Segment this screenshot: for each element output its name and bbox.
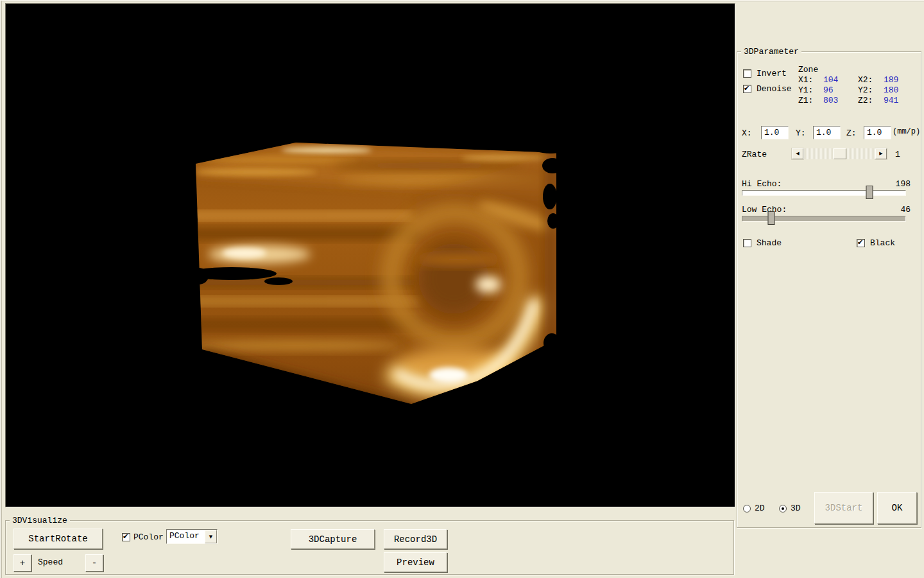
- zone-z1-label: Z1:: [798, 96, 813, 105]
- zone-x1-value: 104: [823, 75, 838, 85]
- visualize-panel-title: 3DVisualize: [10, 516, 70, 525]
- mode-2d-label: 2D: [755, 504, 765, 513]
- shade-label: Shade: [757, 238, 782, 248]
- shade-checkbox[interactable]: ✔: [743, 239, 751, 247]
- zone-y2-label: Y2:: [858, 85, 873, 95]
- start-3d-button[interactable]: 3DStart: [814, 492, 873, 524]
- low-echo-slider[interactable]: [742, 211, 906, 225]
- preview-button[interactable]: Preview: [384, 552, 447, 572]
- invert-label: Invert: [757, 69, 787, 78]
- low-echo-groove[interactable]: [742, 216, 906, 222]
- zone-x2-label: X2:: [858, 75, 873, 85]
- invert-checkbox[interactable]: ✔: [743, 69, 751, 78]
- ok-button[interactable]: OK: [877, 492, 917, 524]
- scale-z-input[interactable]: [864, 126, 891, 139]
- zone-label: Zone: [798, 65, 818, 74]
- zone-y2-value: 180: [884, 85, 898, 95]
- black-checkbox[interactable]: ✔: [857, 239, 865, 247]
- speed-minus-button[interactable]: -: [85, 554, 103, 572]
- zone-x1-label: X1:: [798, 75, 813, 85]
- zone-x2-value: 189: [884, 75, 898, 85]
- zrate-scrollbar[interactable]: ◀ ▶: [792, 148, 887, 159]
- black-label: Black: [870, 238, 895, 248]
- pcolor-label: PColor: [133, 532, 164, 542]
- zone-z2-label: Z2:: [858, 96, 873, 105]
- denoise-label: Denoise: [757, 84, 792, 94]
- scale-y-input[interactable]: [813, 126, 841, 139]
- zone-z1-value: 803: [823, 96, 838, 105]
- zone-y1-value: 96: [823, 85, 834, 95]
- scale-x-input[interactable]: [761, 126, 789, 139]
- zrate-track[interactable]: [803, 148, 875, 159]
- pcolor-checkbox[interactable]: ✔: [122, 533, 130, 541]
- scale-unit-label: (mm/p): [893, 127, 920, 136]
- scale-x-label: X:: [742, 128, 752, 138]
- mode-3d-radio[interactable]: [779, 505, 787, 512]
- zrate-label: ZRate: [742, 150, 767, 159]
- zrate-right-arrow-icon[interactable]: ▶: [875, 148, 887, 159]
- chevron-down-icon[interactable]: ▼: [205, 530, 217, 543]
- visualize-panel: 3DVisualize StartRotate + Speed - ✔ PCol…: [5, 520, 734, 575]
- hi-echo-groove[interactable]: [742, 190, 906, 196]
- zrate-value: 1: [895, 150, 900, 159]
- zrate-thumb[interactable]: [834, 148, 846, 159]
- parameter-panel-title: 3DParameter: [741, 47, 801, 57]
- mode-3d-label: 3D: [791, 504, 801, 513]
- record-3d-button[interactable]: Record3D: [384, 529, 447, 549]
- 3d-volume-render: [6, 4, 735, 507]
- application-window: { "window": { "background": "#ece9d8" },…: [0, 0, 924, 578]
- zone-z2-value: 941: [884, 96, 898, 105]
- check-icon: ✔: [123, 533, 128, 540]
- render-viewport[interactable]: [5, 3, 735, 507]
- hi-echo-thumb[interactable]: [866, 186, 873, 199]
- denoise-checkbox[interactable]: ✔: [743, 85, 751, 93]
- speed-label: Speed: [38, 557, 63, 567]
- hi-echo-slider[interactable]: [742, 186, 906, 200]
- check-icon: ✔: [857, 239, 863, 246]
- start-rotate-button[interactable]: StartRotate: [13, 529, 103, 549]
- check-icon: ✔: [744, 85, 749, 92]
- low-echo-thumb[interactable]: [768, 211, 775, 225]
- parameter-panel: 3DParameter ✔ Invert ✔ Denoise Zone X1: …: [737, 51, 921, 528]
- scale-z-label: Z:: [846, 128, 857, 138]
- pcolor-dropdown-value: PColor: [167, 530, 205, 543]
- mode-2d-radio[interactable]: [743, 505, 751, 512]
- scale-y-label: Y:: [796, 128, 806, 138]
- zone-y1-label: Y1:: [798, 85, 813, 95]
- speed-plus-button[interactable]: +: [13, 554, 31, 572]
- zrate-left-arrow-icon[interactable]: ◀: [792, 148, 803, 159]
- radio-dot-icon: [782, 507, 784, 510]
- pcolor-dropdown[interactable]: PColor ▼: [166, 529, 218, 544]
- capture-3d-button[interactable]: 3DCapture: [291, 529, 375, 549]
